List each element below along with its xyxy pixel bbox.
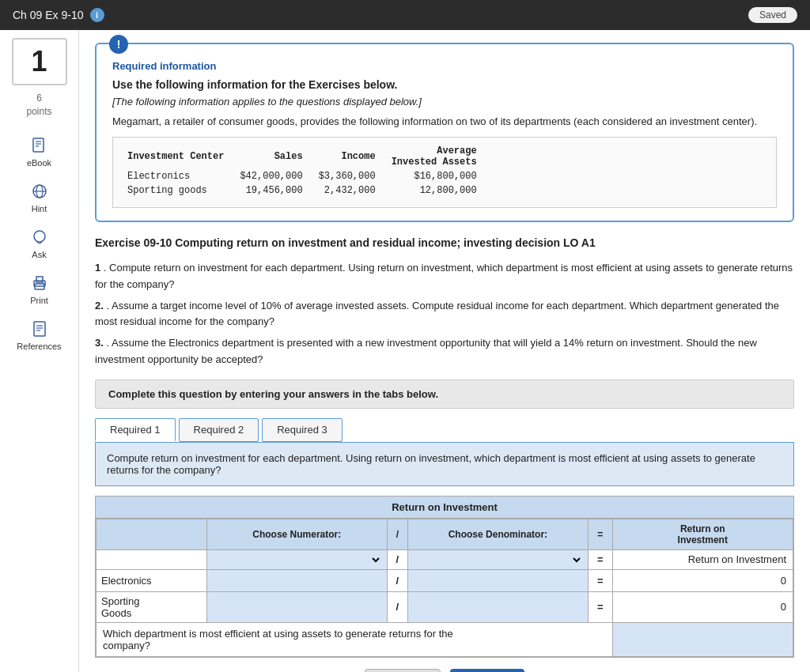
svg-rect-9 [36,277,43,282]
problem-2-text: . Assume a target income level of 10% of… [95,300,779,328]
document-icon [28,318,51,340]
required-info-title: Required information [112,60,777,72]
tab-required1[interactable]: Required 1 [95,418,176,442]
roi-table: Choose Numerator: / Choose Denominator: … [96,519,793,657]
use-following-heading: Use the following information for the Ex… [112,78,777,91]
col-eq: = [589,519,613,549]
roi-efficiency-answer-input[interactable] [618,632,788,647]
roi-row-header: / = Return on Investment [97,549,793,569]
roi-electronics-numerator-input[interactable] [212,573,382,588]
roi-sporting-div: / [387,591,407,622]
roi-row0-numerator-select[interactable] [212,553,382,566]
sidebar-item-ebook[interactable]: eBook [8,130,71,172]
print-icon [28,272,51,294]
col-header-avg-assets: AverageInvested Assets [384,144,485,169]
svg-rect-12 [34,322,45,336]
main-layout: 1 6 points eBook Hint Ask [0,30,810,672]
data-table-wrapper: Investment Center Sales Income AverageIn… [112,137,777,208]
roi-efficiency-answer-cell[interactable] [612,622,793,656]
col-header-income: Income [311,144,384,169]
prev-button[interactable]: < Prev [365,669,441,672]
megamart-description: Megamart, a retailer of consumer goods, … [112,115,777,127]
chat-icon [28,226,51,248]
roi-row0-denominator-select[interactable] [413,553,583,566]
saved-badge: Saved [748,7,797,23]
problem-1-num: 1 [95,262,100,274]
table-row: Sporting goods 19,456,000 2,432,000 12,8… [119,183,485,198]
main-content: ! Required information Use the following… [79,30,810,672]
roi-section-header: Return on Investment [96,496,793,519]
tab1-content-box: Compute return on investment for each de… [95,442,794,486]
references-label: References [17,342,61,351]
roi-sporting-label: SportingGoods [97,591,207,622]
roi-sporting-result: 0 [612,591,793,622]
roi-row-sporting: SportingGoods / = 0 [97,591,793,622]
problem-3-num: 3. [95,337,104,349]
sidebar: 1 6 points eBook Hint Ask [0,30,79,672]
exclamation-badge: ! [109,35,128,54]
problem-2-num: 2. [95,300,104,311]
roi-row0-denominator-cell[interactable] [407,549,588,569]
bottom-buttons: < Prev Next > [95,669,794,672]
svg-point-11 [43,283,44,285]
book-icon [28,134,51,157]
sidebar-item-print[interactable]: Print [8,267,71,310]
roi-table-outer: Return on Investment Choose Numerator: /… [95,496,794,658]
top-bar-title-area: Ch 09 Ex 9-10 i [13,8,104,22]
problem-1: 1 . Compute return on investment for eac… [95,260,794,293]
roi-row-efficiency: Which department is most efficient at us… [97,622,793,656]
cell-sporting-income: 2,432,000 [311,183,384,198]
svg-point-7 [34,231,45,242]
roi-row0-numerator-cell[interactable] [206,549,387,569]
col-header-center: Investment Center [119,144,232,169]
roi-row0-label [97,549,207,569]
problem-1-text: . Compute return on investment for each … [95,262,793,290]
cell-sporting-assets: 12,800,000 [384,183,485,198]
points-label: 6 points [26,92,51,119]
tab1-description: Compute return on investment for each de… [107,452,755,476]
tab-required3[interactable]: Required 3 [262,418,343,442]
roi-electronics-label: Electronics [97,569,207,591]
roi-row0-div: / [387,549,407,569]
roi-table-header: Choose Numerator: / Choose Denominator: … [97,519,793,549]
info-icon[interactable]: i [90,8,104,22]
table-row: Electronics $42,000,000 $3,360,000 $16,8… [119,169,485,183]
roi-electronics-denominator-input[interactable] [413,573,583,588]
investment-data-table: Investment Center Sales Income AverageIn… [119,144,485,198]
svg-rect-0 [33,138,44,152]
roi-row0-eq: = [589,549,613,569]
roi-sporting-denominator-cell[interactable] [407,591,588,622]
cell-electronics-sales: $42,000,000 [232,169,310,183]
top-bar: Ch 09 Ex 9-10 i Saved [0,0,810,30]
sidebar-item-references[interactable]: References [8,313,71,356]
question-number-box: 1 [12,38,67,85]
print-label: Print [30,296,48,305]
roi-efficiency-question: Which department is most efficient at us… [97,622,613,656]
roi-sporting-numerator-input[interactable] [212,599,382,614]
roi-row0-result: Return on Investment [612,549,793,569]
ebook-label: eBook [27,158,51,168]
col-label [97,519,207,549]
col-result: Return onInvestment [612,519,793,549]
globe-icon [28,180,51,202]
tab-required2[interactable]: Required 2 [179,418,259,442]
roi-electronics-eq: = [589,569,613,591]
cell-electronics-assets: $16,800,000 [384,169,485,183]
problem-3: 3. . Assume the Electronics department i… [95,335,794,368]
roi-sporting-denominator-input[interactable] [413,599,583,614]
page-title: Ch 09 Ex 9-10 [13,9,84,21]
ask-label: Ask [32,250,46,259]
roi-sporting-numerator-cell[interactable] [206,591,387,622]
italic-note: [The following information applies to th… [112,96,777,108]
sidebar-item-ask[interactable]: Ask [8,221,71,264]
roi-electronics-denominator-cell[interactable] [407,569,588,591]
complete-box: Complete this question by entering your … [95,379,794,409]
next-button[interactable]: Next > [450,669,524,672]
hint-label: Hint [32,204,47,213]
sidebar-item-hint[interactable]: Hint [8,176,71,218]
roi-electronics-div: / [387,569,407,591]
cell-sporting-sales: 19,456,000 [232,183,310,198]
cell-sporting-name: Sporting goods [119,183,232,198]
tabs-container: Required 1 Required 2 Required 3 [95,418,794,442]
roi-electronics-numerator-cell[interactable] [206,569,387,591]
